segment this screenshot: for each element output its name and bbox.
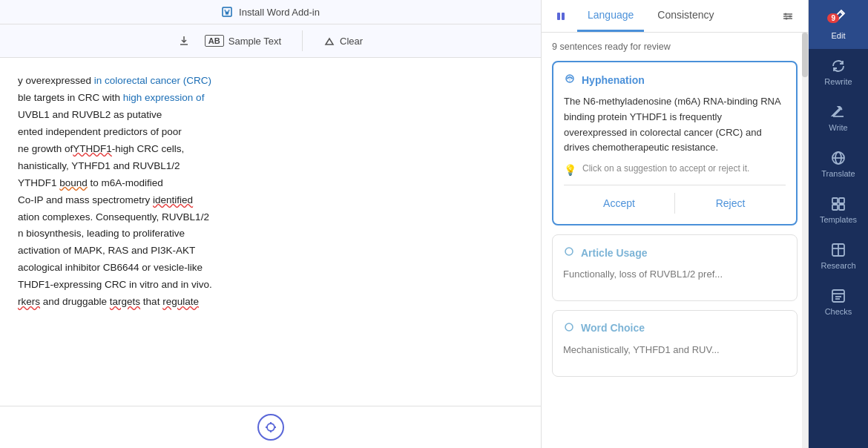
card-hint: 💡 Click on a suggestion to accept or rej… bbox=[564, 163, 786, 176]
panel-header: Language Consistency bbox=[542, 0, 808, 33]
doc-line-13: THDF1-expressing CRC in vitro and in viv… bbox=[18, 277, 523, 294]
body-before: The N6-methyladenosine (m6A) bbox=[564, 96, 703, 107]
svg-point-1 bbox=[267, 424, 274, 431]
right-sidebar: 9 Edit Rewrite Write Translate bbox=[809, 0, 868, 448]
crosshair-icon bbox=[264, 421, 277, 434]
svg-rect-21 bbox=[839, 198, 844, 203]
word-choice-preview: Mechanistically, YTHFD1 and RUV... bbox=[563, 343, 786, 358]
write-label: Write bbox=[829, 123, 847, 132]
hint-text: Click on a suggestion to accept or rejec… bbox=[582, 163, 749, 174]
doc-line-9: ation complexes. Consequently, RUVBL1/2 bbox=[18, 209, 523, 226]
accept-button[interactable]: Accept bbox=[564, 193, 674, 214]
action-circle-button[interactable] bbox=[257, 414, 284, 441]
hyphenation-card: Hyphenation The N6-methyladenosine (m6A)… bbox=[552, 61, 798, 225]
sidebar-item-edit[interactable]: 9 Edit bbox=[809, 0, 868, 49]
install-bar[interactable]: Install Word Add-in bbox=[0, 0, 541, 24]
sidebar-item-research[interactable]: Research bbox=[809, 233, 868, 279]
bulb-icon: 💡 bbox=[564, 164, 576, 176]
rewrite-label: Rewrite bbox=[824, 77, 852, 86]
templates-label: Templates bbox=[820, 215, 857, 224]
panel-body: 9 sentences ready for review Hyphenation… bbox=[542, 33, 808, 448]
sidebar-item-templates[interactable]: Templates bbox=[809, 187, 868, 233]
suggestions-panel: Language Consistency 9 sentences ready f… bbox=[542, 0, 809, 448]
word-icon bbox=[221, 6, 233, 18]
sample-text-button[interactable]: AB Sample Text bbox=[205, 35, 281, 47]
word-choice-card[interactable]: Word Choice Mechanistically, YTHFD1 and … bbox=[552, 310, 798, 377]
doc-line-8: Co-IP and mass spectrometry identified bbox=[18, 192, 523, 209]
translate-icon bbox=[830, 150, 846, 166]
tab-language[interactable]: Language bbox=[577, 0, 644, 32]
word-choice-header: Word Choice bbox=[563, 321, 786, 335]
panel-tabs: Language Consistency bbox=[577, 0, 777, 32]
doc-line-5: ne growth ofYTHDF1-high CRC cells, bbox=[18, 141, 523, 158]
svg-rect-27 bbox=[832, 290, 844, 302]
write-icon bbox=[830, 104, 846, 120]
doc-line-4: ented independent predictors of poor bbox=[18, 124, 523, 141]
hyphenation-title: Hyphenation bbox=[582, 74, 645, 86]
scrollbar-track[interactable] bbox=[802, 33, 808, 448]
sentences-ready-label: 9 sentences ready for review bbox=[552, 42, 798, 52]
sidebar-item-rewrite[interactable]: Rewrite bbox=[809, 49, 868, 95]
sidebar-item-translate[interactable]: Translate bbox=[809, 141, 868, 187]
svg-rect-23 bbox=[839, 205, 844, 210]
word-choice-icon bbox=[563, 321, 575, 335]
sidebar-item-checks[interactable]: Checks bbox=[809, 279, 868, 325]
sample-text-label: Sample Text bbox=[228, 36, 281, 47]
sidebar-item-write[interactable]: Write bbox=[809, 95, 868, 141]
edit-badge: 9 bbox=[827, 13, 839, 23]
card-actions: Accept Reject bbox=[564, 185, 786, 214]
article-usage-icon bbox=[563, 246, 575, 260]
svg-rect-7 bbox=[562, 13, 565, 20]
reject-button[interactable]: Reject bbox=[675, 193, 786, 214]
doc-line-10: n biosynthesis, leading to proliferative bbox=[18, 225, 523, 243]
svg-rect-20 bbox=[832, 198, 838, 203]
svg-point-16 bbox=[565, 323, 573, 331]
clear-button[interactable]: Clear bbox=[323, 35, 363, 47]
doc-line-14: rkers and druggable targets that regulat… bbox=[18, 294, 523, 311]
pause-icon bbox=[555, 10, 567, 22]
word-choice-title: Word Choice bbox=[581, 322, 645, 334]
hyphenation-body: The N6-methyladenosine (m6A) RNA-binding… bbox=[564, 94, 786, 156]
hyphenation-card-header: Hyphenation bbox=[564, 73, 786, 87]
svg-point-12 bbox=[789, 15, 792, 17]
tab-consistency[interactable]: Consistency bbox=[647, 0, 724, 32]
templates-icon bbox=[830, 196, 846, 212]
article-usage-card[interactable]: Article Usage Functionally, loss of RUVB… bbox=[552, 234, 798, 301]
research-icon bbox=[830, 242, 846, 258]
doc-line-12: acological inhibitor CB6644 or vesicle-l… bbox=[18, 260, 523, 277]
svg-point-13 bbox=[786, 17, 788, 19]
doc-line-11: activation of MAPK, RAS and PI3K-AKT bbox=[18, 243, 523, 260]
install-bar-label: Install Word Add-in bbox=[239, 7, 320, 18]
svg-rect-6 bbox=[557, 13, 560, 20]
doc-line-7: YTHDF1 bound to m6A-modified bbox=[18, 175, 523, 192]
scrollbar-thumb[interactable] bbox=[802, 33, 808, 77]
download-button[interactable] bbox=[178, 35, 190, 47]
svg-rect-22 bbox=[832, 205, 838, 210]
document-area: Install Word Add-in AB Sample Text Clear… bbox=[0, 0, 542, 448]
research-label: Research bbox=[821, 261, 855, 270]
doc-bottom-bar bbox=[0, 406, 541, 448]
pause-button[interactable] bbox=[550, 6, 571, 27]
doc-line-3: UVBL1 and RUVBL2 as putative bbox=[18, 107, 523, 124]
doc-line-2: ble targets in CRC with high expression … bbox=[18, 90, 523, 107]
checks-icon bbox=[830, 288, 846, 304]
toolbar-divider bbox=[302, 30, 303, 51]
edit-label: Edit bbox=[832, 31, 846, 40]
article-usage-title: Article Usage bbox=[581, 247, 647, 259]
download-icon bbox=[178, 35, 190, 47]
clear-icon bbox=[323, 35, 335, 47]
word-new: RNA-binding bbox=[703, 96, 758, 107]
rewrite-icon bbox=[830, 58, 846, 74]
article-usage-header: Article Usage bbox=[563, 246, 786, 260]
settings-button[interactable] bbox=[777, 5, 799, 27]
doc-line-1: y overexpressed in colorectal cancer (CR… bbox=[18, 73, 523, 90]
svg-point-15 bbox=[565, 248, 573, 255]
settings-icon bbox=[781, 10, 795, 23]
article-usage-preview: Functionally, loss of RUVBL1/2 pref... bbox=[563, 267, 786, 283]
doc-toolbar: AB Sample Text Clear bbox=[0, 24, 541, 58]
checks-label: Checks bbox=[825, 307, 852, 316]
translate-label: Translate bbox=[821, 169, 855, 178]
ab-label: AB bbox=[205, 35, 224, 47]
doc-line-6: hanistically, YTHFD1 and RUVBL1/2 bbox=[18, 158, 523, 175]
svg-point-11 bbox=[785, 13, 787, 15]
